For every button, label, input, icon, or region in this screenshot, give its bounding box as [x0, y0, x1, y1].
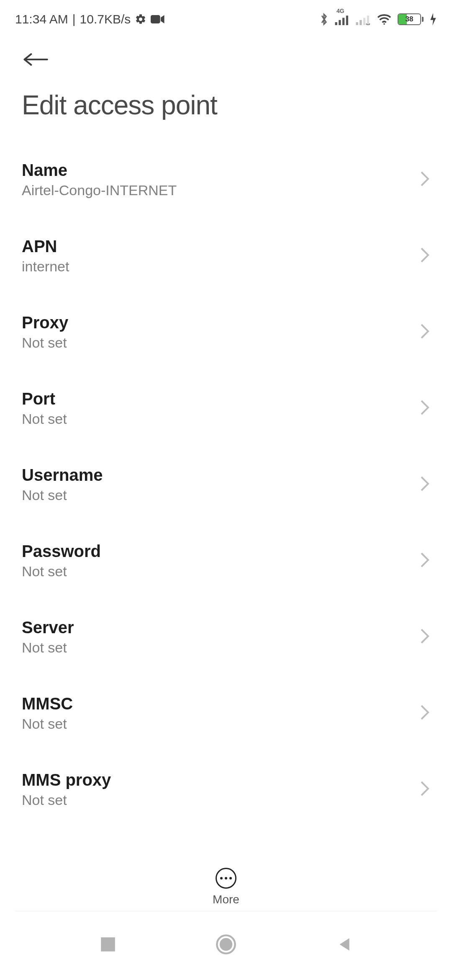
status-left: 11:34 AM | 10.7KB/s [15, 12, 165, 26]
signal-1-icon: 4G [335, 13, 350, 25]
svg-rect-7 [363, 18, 365, 26]
field-value: Not set [22, 411, 67, 427]
more-icon [216, 868, 236, 889]
page-title: Edit access point [0, 75, 452, 142]
field-label: Username [22, 466, 103, 485]
settings-list: Name Airtel-Congo-INTERNET APN internet … [0, 142, 452, 828]
video-icon [151, 14, 165, 24]
field-value: Airtel-Congo-INTERNET [22, 182, 177, 199]
chevron-right-icon [419, 552, 430, 570]
bottom-divider [15, 911, 437, 911]
field-label: Port [22, 389, 67, 408]
chevron-right-icon [419, 323, 430, 341]
status-sep: | [72, 12, 76, 26]
svg-point-9 [383, 23, 385, 25]
chevron-right-icon [419, 399, 430, 418]
field-value: Not set [22, 487, 103, 503]
svg-rect-5 [356, 22, 358, 25]
navigation-bar [0, 917, 452, 980]
gear-icon [135, 13, 146, 25]
bluetooth-icon [319, 12, 329, 26]
chevron-right-icon [419, 628, 430, 646]
field-server[interactable]: Server Not set [22, 599, 430, 675]
field-port[interactable]: Port Not set [22, 370, 430, 446]
field-value: Not set [22, 716, 73, 732]
field-proxy[interactable]: Proxy Not set [22, 294, 430, 370]
field-value: internet [22, 258, 69, 275]
charging-icon [429, 13, 437, 26]
svg-rect-6 [360, 20, 362, 25]
toolbar [0, 34, 452, 75]
network-badge: 4G [336, 8, 344, 14]
signal-2-icon [356, 13, 371, 25]
nav-recents-button[interactable] [99, 936, 117, 953]
field-label: APN [22, 237, 69, 256]
field-label: MMS proxy [22, 771, 111, 789]
field-label: Password [22, 542, 101, 561]
nav-back-button[interactable] [335, 936, 353, 953]
more-button[interactable]: More [0, 864, 452, 906]
field-label: Name [22, 161, 177, 180]
field-label: Proxy [22, 313, 68, 332]
svg-rect-2 [339, 20, 341, 25]
field-mmsc[interactable]: MMSC Not set [22, 675, 430, 751]
field-value: Not set [22, 563, 101, 580]
svg-rect-3 [342, 18, 344, 26]
svg-rect-8 [367, 15, 369, 25]
chevron-right-icon [419, 780, 430, 799]
svg-rect-10 [101, 937, 116, 952]
field-label: Server [22, 618, 74, 637]
svg-rect-1 [335, 22, 337, 25]
field-value: Not set [22, 640, 74, 656]
field-apn[interactable]: APN internet [22, 218, 430, 294]
status-right: 4G 38 [319, 12, 437, 26]
field-password[interactable]: Password Not set [22, 523, 430, 599]
field-mms-proxy[interactable]: MMS proxy Not set [22, 751, 430, 828]
status-bar: 11:34 AM | 10.7KB/s 4G 38 [0, 0, 452, 34]
field-label: MMSC [22, 694, 73, 713]
field-name[interactable]: Name Airtel-Congo-INTERNET [22, 142, 430, 218]
more-label: More [213, 893, 239, 906]
field-value: Not set [22, 335, 68, 351]
nav-home-button[interactable] [215, 934, 237, 955]
battery-icon: 38 [398, 13, 424, 25]
field-value: Not set [22, 792, 111, 808]
wifi-icon [377, 13, 392, 25]
svg-rect-4 [346, 15, 348, 25]
status-data-rate: 10.7KB/s [80, 12, 131, 26]
chevron-right-icon [419, 247, 430, 265]
chevron-right-icon [419, 704, 430, 722]
chevron-right-icon [419, 475, 430, 494]
svg-rect-0 [151, 15, 160, 23]
back-button[interactable] [22, 50, 49, 69]
status-time: 11:34 AM [15, 12, 68, 26]
chevron-right-icon [419, 170, 430, 189]
svg-point-12 [220, 938, 232, 951]
field-username[interactable]: Username Not set [22, 446, 430, 523]
